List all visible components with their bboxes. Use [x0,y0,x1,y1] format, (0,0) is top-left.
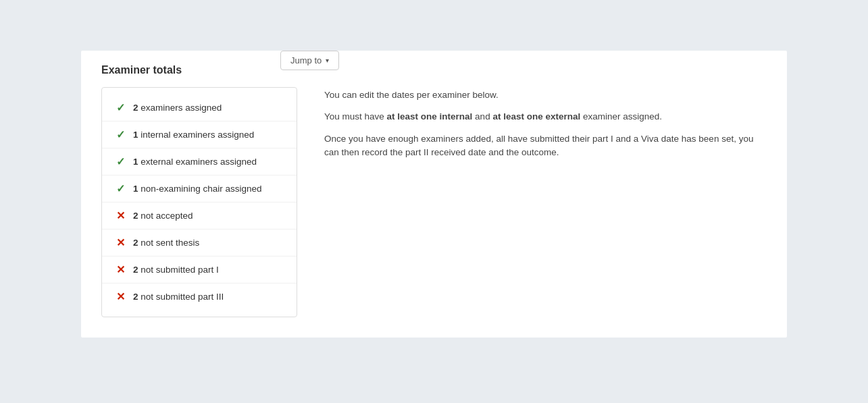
totals-item: ✕2 not submitted part III [102,284,297,310]
jump-to-button[interactable]: Jump to ▾ [280,51,339,70]
item-text: 2 not submitted part I [133,265,219,275]
item-number: 1 [133,157,138,167]
x-icon: ✕ [114,236,126,249]
info-line2: You must have at least one internal and … [324,110,767,124]
totals-item: ✓1 external examiners assigned [102,149,297,176]
totals-item: ✓2 examiners assigned [102,95,297,122]
jump-to-label: Jump to [290,55,322,65]
x-icon: ✕ [114,209,126,222]
totals-item: ✕2 not submitted part I [102,257,297,284]
item-number: 2 [133,265,138,275]
item-number: 2 [133,292,138,302]
x-icon: ✕ [114,290,126,303]
item-text: 2 examiners assigned [133,103,222,113]
item-text: 1 internal examiners assigned [133,130,254,140]
totals-item: ✓1 non-examining chair assigned [102,176,297,203]
check-icon: ✓ [114,155,126,168]
item-number: 2 [133,238,138,248]
item-number: 1 [133,130,138,140]
item-text: 2 not accepted [133,211,193,221]
item-text: 1 non-examining chair assigned [133,184,262,194]
check-icon: ✓ [114,182,126,195]
totals-item: ✕2 not sent thesis [102,230,297,257]
item-text: 2 not submitted part III [133,292,224,302]
totals-item: ✓1 internal examiners assigned [102,122,297,149]
totals-card: ✓2 examiners assigned✓1 internal examine… [101,87,297,317]
item-number: 1 [133,184,138,194]
item-number: 2 [133,103,138,113]
info-panel: You can edit the dates per examiner belo… [324,87,767,159]
bold-internal: at least one internal [387,111,473,122]
main-container: Examiner totals ✓2 examiners assigned✓1 … [81,51,787,338]
item-text: 1 external examiners assigned [133,157,257,167]
item-number: 2 [133,211,138,221]
chevron-down-icon: ▾ [326,57,329,64]
info-line1: You can edit the dates per examiner belo… [324,88,767,102]
bold-external: at least one external [492,111,580,122]
x-icon: ✕ [114,263,126,276]
content-row: ✓2 examiners assigned✓1 internal examine… [101,87,767,317]
check-icon: ✓ [114,128,126,141]
check-icon: ✓ [114,101,126,114]
section-title: Examiner totals [101,64,767,76]
info-line3: Once you have enough examiners added, al… [324,132,767,160]
totals-item: ✕2 not accepted [102,203,297,230]
item-text: 2 not sent thesis [133,238,199,248]
